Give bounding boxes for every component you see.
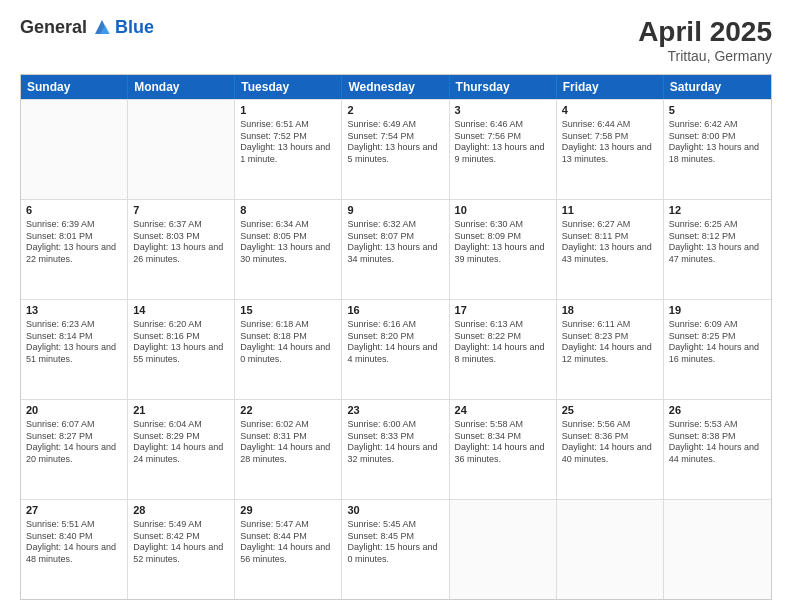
- cell-info: Sunrise: 5:49 AM Sunset: 8:42 PM Dayligh…: [133, 519, 229, 566]
- cal-cell: 26Sunrise: 5:53 AM Sunset: 8:38 PM Dayli…: [664, 400, 771, 499]
- cell-info: Sunrise: 5:47 AM Sunset: 8:44 PM Dayligh…: [240, 519, 336, 566]
- cal-cell: 14Sunrise: 6:20 AM Sunset: 8:16 PM Dayli…: [128, 300, 235, 399]
- cal-cell: [450, 500, 557, 599]
- cal-cell: 8Sunrise: 6:34 AM Sunset: 8:05 PM Daylig…: [235, 200, 342, 299]
- cell-info: Sunrise: 6:27 AM Sunset: 8:11 PM Dayligh…: [562, 219, 658, 266]
- day-number: 27: [26, 503, 122, 518]
- cell-info: Sunrise: 6:37 AM Sunset: 8:03 PM Dayligh…: [133, 219, 229, 266]
- cal-cell: 17Sunrise: 6:13 AM Sunset: 8:22 PM Dayli…: [450, 300, 557, 399]
- header-day-wednesday: Wednesday: [342, 75, 449, 99]
- cal-cell: 27Sunrise: 5:51 AM Sunset: 8:40 PM Dayli…: [21, 500, 128, 599]
- day-number: 17: [455, 303, 551, 318]
- calendar-body: 1Sunrise: 6:51 AM Sunset: 7:52 PM Daylig…: [21, 99, 771, 599]
- cell-info: Sunrise: 6:30 AM Sunset: 8:09 PM Dayligh…: [455, 219, 551, 266]
- day-number: 9: [347, 203, 443, 218]
- day-number: 25: [562, 403, 658, 418]
- logo-blue-text: Blue: [115, 17, 154, 38]
- title-block: April 2025 Trittau, Germany: [638, 16, 772, 64]
- week-row-3: 13Sunrise: 6:23 AM Sunset: 8:14 PM Dayli…: [21, 299, 771, 399]
- day-number: 7: [133, 203, 229, 218]
- cal-cell: [664, 500, 771, 599]
- day-number: 8: [240, 203, 336, 218]
- cal-cell: 2Sunrise: 6:49 AM Sunset: 7:54 PM Daylig…: [342, 100, 449, 199]
- cal-cell: 18Sunrise: 6:11 AM Sunset: 8:23 PM Dayli…: [557, 300, 664, 399]
- cell-info: Sunrise: 6:42 AM Sunset: 8:00 PM Dayligh…: [669, 119, 766, 166]
- cell-info: Sunrise: 6:39 AM Sunset: 8:01 PM Dayligh…: [26, 219, 122, 266]
- cal-cell: 23Sunrise: 6:00 AM Sunset: 8:33 PM Dayli…: [342, 400, 449, 499]
- logo: General Blue: [20, 16, 154, 38]
- day-number: 10: [455, 203, 551, 218]
- cell-info: Sunrise: 5:58 AM Sunset: 8:34 PM Dayligh…: [455, 419, 551, 466]
- cell-info: Sunrise: 6:23 AM Sunset: 8:14 PM Dayligh…: [26, 319, 122, 366]
- header: General Blue April 2025 Trittau, Germany: [20, 16, 772, 64]
- day-number: 21: [133, 403, 229, 418]
- cell-info: Sunrise: 6:46 AM Sunset: 7:56 PM Dayligh…: [455, 119, 551, 166]
- cell-info: Sunrise: 6:18 AM Sunset: 8:18 PM Dayligh…: [240, 319, 336, 366]
- cal-cell: 4Sunrise: 6:44 AM Sunset: 7:58 PM Daylig…: [557, 100, 664, 199]
- cal-cell: 12Sunrise: 6:25 AM Sunset: 8:12 PM Dayli…: [664, 200, 771, 299]
- cell-info: Sunrise: 5:51 AM Sunset: 8:40 PM Dayligh…: [26, 519, 122, 566]
- day-number: 19: [669, 303, 766, 318]
- week-row-1: 1Sunrise: 6:51 AM Sunset: 7:52 PM Daylig…: [21, 99, 771, 199]
- cal-cell: 19Sunrise: 6:09 AM Sunset: 8:25 PM Dayli…: [664, 300, 771, 399]
- week-row-2: 6Sunrise: 6:39 AM Sunset: 8:01 PM Daylig…: [21, 199, 771, 299]
- week-row-5: 27Sunrise: 5:51 AM Sunset: 8:40 PM Dayli…: [21, 499, 771, 599]
- cell-info: Sunrise: 6:49 AM Sunset: 7:54 PM Dayligh…: [347, 119, 443, 166]
- cal-cell: 13Sunrise: 6:23 AM Sunset: 8:14 PM Dayli…: [21, 300, 128, 399]
- day-number: 5: [669, 103, 766, 118]
- header-day-monday: Monday: [128, 75, 235, 99]
- day-number: 18: [562, 303, 658, 318]
- title-location: Trittau, Germany: [638, 48, 772, 64]
- cell-info: Sunrise: 5:53 AM Sunset: 8:38 PM Dayligh…: [669, 419, 766, 466]
- cal-cell: 5Sunrise: 6:42 AM Sunset: 8:00 PM Daylig…: [664, 100, 771, 199]
- header-day-tuesday: Tuesday: [235, 75, 342, 99]
- cal-cell: 10Sunrise: 6:30 AM Sunset: 8:09 PM Dayli…: [450, 200, 557, 299]
- day-number: 29: [240, 503, 336, 518]
- day-number: 2: [347, 103, 443, 118]
- cell-info: Sunrise: 6:00 AM Sunset: 8:33 PM Dayligh…: [347, 419, 443, 466]
- day-number: 13: [26, 303, 122, 318]
- cell-info: Sunrise: 6:25 AM Sunset: 8:12 PM Dayligh…: [669, 219, 766, 266]
- cal-cell: 6Sunrise: 6:39 AM Sunset: 8:01 PM Daylig…: [21, 200, 128, 299]
- cal-cell: 20Sunrise: 6:07 AM Sunset: 8:27 PM Dayli…: [21, 400, 128, 499]
- cell-info: Sunrise: 6:32 AM Sunset: 8:07 PM Dayligh…: [347, 219, 443, 266]
- day-number: 24: [455, 403, 551, 418]
- day-number: 15: [240, 303, 336, 318]
- cal-cell: 9Sunrise: 6:32 AM Sunset: 8:07 PM Daylig…: [342, 200, 449, 299]
- cal-cell: 30Sunrise: 5:45 AM Sunset: 8:45 PM Dayli…: [342, 500, 449, 599]
- day-number: 3: [455, 103, 551, 118]
- cal-cell: 15Sunrise: 6:18 AM Sunset: 8:18 PM Dayli…: [235, 300, 342, 399]
- day-number: 6: [26, 203, 122, 218]
- cal-cell: 21Sunrise: 6:04 AM Sunset: 8:29 PM Dayli…: [128, 400, 235, 499]
- day-number: 22: [240, 403, 336, 418]
- cell-info: Sunrise: 6:20 AM Sunset: 8:16 PM Dayligh…: [133, 319, 229, 366]
- cell-info: Sunrise: 6:02 AM Sunset: 8:31 PM Dayligh…: [240, 419, 336, 466]
- day-number: 12: [669, 203, 766, 218]
- day-number: 14: [133, 303, 229, 318]
- day-number: 26: [669, 403, 766, 418]
- cal-cell: 11Sunrise: 6:27 AM Sunset: 8:11 PM Dayli…: [557, 200, 664, 299]
- cal-cell: 16Sunrise: 6:16 AM Sunset: 8:20 PM Dayli…: [342, 300, 449, 399]
- cell-info: Sunrise: 5:56 AM Sunset: 8:36 PM Dayligh…: [562, 419, 658, 466]
- week-row-4: 20Sunrise: 6:07 AM Sunset: 8:27 PM Dayli…: [21, 399, 771, 499]
- header-day-sunday: Sunday: [21, 75, 128, 99]
- cell-info: Sunrise: 6:09 AM Sunset: 8:25 PM Dayligh…: [669, 319, 766, 366]
- cal-cell: 22Sunrise: 6:02 AM Sunset: 8:31 PM Dayli…: [235, 400, 342, 499]
- cal-cell: 29Sunrise: 5:47 AM Sunset: 8:44 PM Dayli…: [235, 500, 342, 599]
- cal-cell: 28Sunrise: 5:49 AM Sunset: 8:42 PM Dayli…: [128, 500, 235, 599]
- cell-info: Sunrise: 6:04 AM Sunset: 8:29 PM Dayligh…: [133, 419, 229, 466]
- day-number: 30: [347, 503, 443, 518]
- day-number: 4: [562, 103, 658, 118]
- header-day-thursday: Thursday: [450, 75, 557, 99]
- day-number: 23: [347, 403, 443, 418]
- cell-info: Sunrise: 5:45 AM Sunset: 8:45 PM Dayligh…: [347, 519, 443, 566]
- cal-cell: 24Sunrise: 5:58 AM Sunset: 8:34 PM Dayli…: [450, 400, 557, 499]
- day-number: 20: [26, 403, 122, 418]
- cell-info: Sunrise: 6:11 AM Sunset: 8:23 PM Dayligh…: [562, 319, 658, 366]
- calendar: SundayMondayTuesdayWednesdayThursdayFrid…: [20, 74, 772, 600]
- cell-info: Sunrise: 6:13 AM Sunset: 8:22 PM Dayligh…: [455, 319, 551, 366]
- calendar-header-row: SundayMondayTuesdayWednesdayThursdayFrid…: [21, 75, 771, 99]
- logo-icon: [91, 16, 113, 38]
- cell-info: Sunrise: 6:16 AM Sunset: 8:20 PM Dayligh…: [347, 319, 443, 366]
- day-number: 1: [240, 103, 336, 118]
